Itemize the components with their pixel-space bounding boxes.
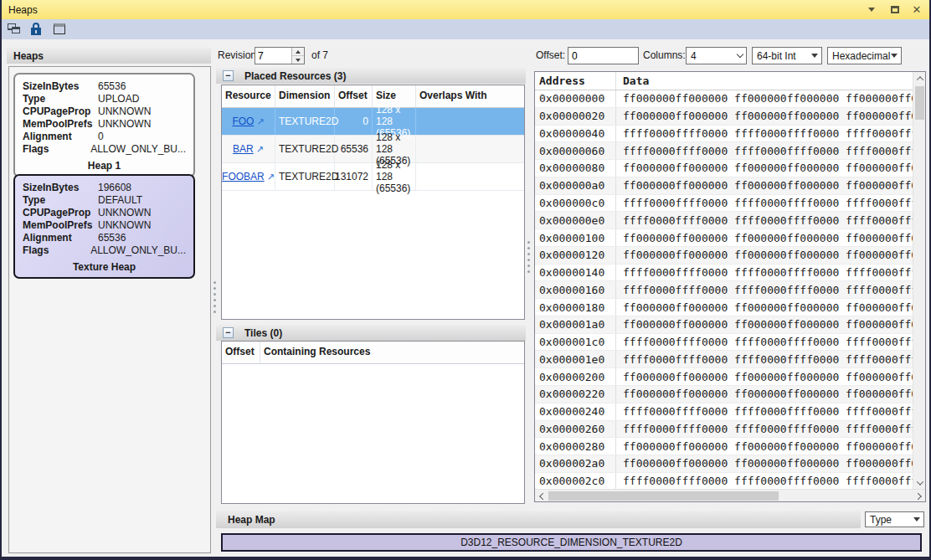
memory-row[interactable]: 0x00000220 ff000000ff000000 ff000000ff00… — [535, 386, 913, 403]
field-row: FlagsALLOW_ONLY_BU... — [23, 244, 186, 257]
revision-spinner[interactable] — [255, 47, 305, 64]
memory-row[interactable]: 0x000001e0 ffff0000ffff0000 ffff0000ffff… — [535, 351, 913, 368]
memory-row[interactable]: 0x000001c0 ffff0000ffff0000 ffff0000ffff… — [535, 334, 913, 352]
data-cell: ff000000ff000000 ff000000ff000000 ff0000… — [616, 318, 913, 331]
heap-card-texture-heap[interactable]: SizeInBytes196608 TypeDEFAULT CPUPagePro… — [13, 174, 195, 279]
heap-map-type-select[interactable]: Type — [865, 511, 924, 527]
int-type-select[interactable]: 64-bit Int — [752, 47, 822, 64]
maximize-button[interactable] — [886, 0, 904, 19]
resource-link[interactable]: FOO — [232, 116, 254, 127]
offset-cell: 0 — [335, 108, 373, 135]
table-row[interactable]: BAR↗ TEXTURE2D 65536 128 x 128(65536) — [222, 136, 524, 163]
memory-row[interactable]: 0x00000080 ff000000ff000000 ff000000ff00… — [535, 160, 913, 177]
heaps-section-header: Heaps — [7, 48, 211, 64]
field-value: UNKNOWN — [98, 118, 186, 131]
column-header-offset[interactable]: Offset — [335, 85, 373, 107]
field-value: DEFAULT — [98, 194, 186, 207]
horizontal-scrollbar[interactable] — [535, 489, 925, 501]
memory-row[interactable]: 0x00000020 ff000000ff000000 ff000000ff00… — [535, 108, 913, 126]
table-row[interactable]: FOO↗ TEXTURE2D 0 128 x 128(65536) — [222, 108, 524, 136]
lock-icon[interactable] — [30, 23, 44, 36]
heap-map-segment-label: D3D12_RESOURCE_DIMENSION_TEXTURE2D — [460, 537, 682, 548]
goto-resource-icon[interactable]: ↗ — [256, 144, 264, 155]
revision-up-button[interactable] — [292, 48, 304, 55]
cascade-windows-icon[interactable] — [8, 23, 22, 36]
heaps-list[interactable]: SizeInBytes65536 TypeUPLOAD CPUPagePropU… — [8, 66, 211, 553]
memory-row[interactable]: 0x00000140 ffff0000ffff0000 ffff0000ffff… — [535, 265, 913, 282]
memory-row[interactable]: 0x00000240 ffff0000ffff0000 ffff0000ffff… — [535, 403, 913, 421]
data-cell: ffff0000ffff0000 ffff0000ffff0000 ffff00… — [616, 405, 913, 418]
scroll-down-button[interactable] — [913, 476, 926, 489]
column-header-offset[interactable]: Offset — [222, 342, 260, 363]
memory-row[interactable]: 0x000000c0 ffff0000ffff0000 ffff0000ffff… — [535, 195, 913, 213]
field-row: SizeInBytes196608 — [23, 182, 186, 194]
dropdown-arrow-icon — [891, 54, 898, 58]
memory-row[interactable]: 0x00000280 ff000000ff000000 ff000000ff00… — [535, 438, 913, 455]
field-label: MemPoolPrefs — [23, 219, 98, 232]
vertical-scrollbar[interactable] — [913, 72, 925, 489]
field-value: ALLOW_ONLY_BU... — [90, 143, 186, 156]
column-header-dimension[interactable]: Dimension — [275, 85, 335, 107]
scroll-left-button[interactable] — [535, 490, 548, 502]
goto-resource-icon[interactable]: ↗ — [267, 172, 275, 182]
resource-link[interactable]: BAR — [233, 143, 254, 155]
chevron-right-icon — [914, 492, 921, 499]
data-cell: ff000000ff000000 ff000000ff000000 ff0000… — [616, 232, 913, 244]
memory-row[interactable]: 0x00000160 ffff0000ffff0000 ffff0000ffff… — [535, 281, 913, 299]
heap-map-segment[interactable]: D3D12_RESOURCE_DIMENSION_TEXTURE2D — [221, 533, 922, 552]
resource-link[interactable]: FOOBAR — [222, 171, 265, 182]
address-cell: 0x00000240 — [535, 403, 616, 420]
address-cell: 0x000000a0 — [535, 177, 616, 194]
window-frame-icon[interactable] — [53, 23, 67, 36]
vertical-scrollbar-thumb[interactable] — [915, 86, 924, 120]
table-row[interactable]: FOOBAR↗ TEXTURE2D 131072 128 x 128(65536… — [222, 163, 524, 191]
revision-input[interactable] — [258, 49, 290, 63]
memory-row[interactable]: 0x00000260 ffff0000ffff0000 ffff0000ffff… — [535, 421, 913, 439]
tiles-column-headers: Offset Containing Resources — [222, 342, 524, 364]
title-bar[interactable]: Heaps ✕ — [0, 0, 931, 19]
horizontal-scrollbar-thumb[interactable] — [548, 491, 779, 501]
collapse-icon[interactable]: − — [223, 70, 234, 81]
memory-row[interactable]: 0x00000000 ff000000ff000000 ff000000ff00… — [535, 90, 913, 108]
memory-row[interactable]: 0x000002a0 ff000000ff000000 ff000000ff00… — [535, 455, 913, 473]
memory-row[interactable]: 0x00000100 ff000000ff000000 ff000000ff00… — [535, 229, 913, 247]
memory-row[interactable]: 0x000000a0 ff000000ff000000 ff000000ff00… — [535, 177, 913, 195]
memory-row[interactable]: 0x00000060 ffff0000ffff0000 ffff0000ffff… — [535, 142, 913, 160]
revision-down-button[interactable] — [292, 55, 304, 64]
scroll-right-button[interactable] — [913, 490, 925, 502]
revision-label: Revision — [218, 47, 256, 64]
field-label: Alignment — [23, 232, 98, 244]
left-splitter-handle[interactable] — [213, 281, 216, 313]
field-row: FlagsALLOW_ONLY_BU... — [23, 143, 186, 156]
memory-row[interactable]: 0x00000040 ffff0000ffff0000 ffff0000ffff… — [535, 126, 913, 143]
collapse-icon[interactable]: − — [223, 327, 234, 338]
address-cell: 0x00000000 — [535, 90, 616, 107]
column-header-resource[interactable]: Resource — [222, 85, 275, 107]
data-cell: ffff0000ffff0000 ffff0000ffff0000 ffff00… — [616, 127, 913, 140]
memory-row[interactable]: 0x00000180 ff000000ff000000 ff000000ff00… — [535, 299, 913, 316]
memory-row[interactable]: 0x00000120 ff000000ff000000 ff000000ff00… — [535, 247, 913, 265]
field-row: TypeDEFAULT — [23, 194, 186, 207]
heap-card-heap1[interactable]: SizeInBytes65536 TypeUPLOAD CPUPagePropU… — [13, 73, 195, 177]
window-menu-icon — [868, 8, 875, 12]
column-header-overlaps-with[interactable]: Overlaps With — [416, 85, 524, 107]
offset-input[interactable] — [568, 47, 639, 64]
field-value: 65536 — [98, 80, 186, 93]
tiles-table: Offset Containing Resources — [221, 341, 525, 504]
scroll-up-button[interactable] — [913, 72, 926, 85]
goto-resource-icon[interactable]: ↗ — [256, 116, 264, 127]
format-select[interactable]: Hexadecimal — [827, 47, 902, 64]
memory-row[interactable]: 0x00000200 ff000000ff000000 ff000000ff00… — [535, 368, 913, 386]
window-menu-button[interactable] — [862, 0, 881, 19]
right-splitter-handle[interactable] — [527, 241, 530, 273]
field-value: UNKNOWN — [98, 207, 186, 219]
memory-table[interactable]: Address Data 0x00000000 ff000000ff000000… — [535, 72, 913, 489]
memory-row[interactable]: 0x000001a0 ff000000ff000000 ff000000ff00… — [535, 316, 913, 334]
memory-row[interactable]: 0x000002c0 ffff0000ffff0000 ffff0000ffff… — [535, 473, 913, 489]
columns-select[interactable]: 4 — [686, 47, 747, 64]
column-header-containing-resources[interactable]: Containing Resources — [260, 342, 373, 363]
memory-row[interactable]: 0x000000e0 ffff0000ffff0000 ffff0000ffff… — [535, 212, 913, 229]
overlaps-cell — [416, 163, 524, 190]
field-label: CPUPageProp — [23, 105, 98, 118]
close-button[interactable]: ✕ — [908, 0, 926, 19]
